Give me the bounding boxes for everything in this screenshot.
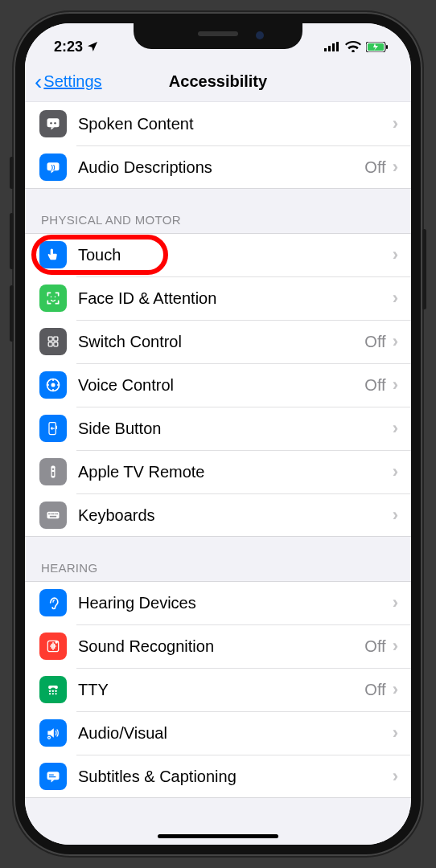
row-label: Audio/Visual bbox=[78, 724, 393, 743]
row-label: Hearing Devices bbox=[78, 594, 393, 612]
row-label: Face ID & Attention bbox=[78, 289, 393, 308]
mute-switch bbox=[10, 157, 14, 189]
sound-icon bbox=[39, 633, 67, 660]
row-hearing-devices[interactable]: Hearing Devices › bbox=[25, 581, 411, 624]
touch-icon bbox=[39, 241, 67, 268]
location-icon bbox=[86, 40, 99, 53]
svg-rect-43 bbox=[49, 776, 56, 777]
section-header-physical: PHYSICAL AND MOTOR bbox=[25, 189, 411, 233]
chevron-right-icon: › bbox=[393, 418, 398, 439]
keyboard-icon bbox=[39, 502, 67, 529]
nav-bar: ‹ Settings Accessibility bbox=[25, 62, 411, 102]
chevron-right-icon: › bbox=[393, 157, 398, 178]
svg-point-19 bbox=[51, 383, 56, 387]
row-value: Off bbox=[364, 333, 385, 351]
av-icon bbox=[39, 719, 67, 747]
svg-rect-2 bbox=[332, 43, 335, 51]
svg-point-32 bbox=[56, 641, 58, 643]
row-side-button[interactable]: Side Button › bbox=[25, 407, 411, 450]
svg-rect-29 bbox=[56, 514, 58, 515]
status-time: 2:23 bbox=[54, 39, 83, 55]
row-label: Switch Control bbox=[78, 333, 364, 351]
back-button[interactable]: ‹ Settings bbox=[35, 71, 102, 93]
row-value: Off bbox=[364, 158, 385, 177]
row-label: Audio Descriptions bbox=[78, 158, 364, 177]
back-label: Settings bbox=[43, 72, 101, 91]
notch bbox=[134, 23, 302, 49]
row-faceid[interactable]: Face ID & Attention › bbox=[25, 276, 411, 320]
svg-point-9 bbox=[54, 122, 56, 125]
row-spoken-content[interactable]: Spoken Content › bbox=[25, 102, 411, 145]
svg-point-22 bbox=[52, 468, 55, 470]
row-label: Sound Recognition bbox=[78, 637, 364, 656]
row-switch-control[interactable]: Switch Control Off › bbox=[25, 320, 411, 363]
svg-rect-0 bbox=[324, 48, 327, 51]
row-value: Off bbox=[364, 681, 385, 699]
row-subtitles[interactable]: Subtitles & Captioning › bbox=[25, 755, 411, 798]
svg-rect-41 bbox=[47, 772, 60, 780]
row-voice-control[interactable]: Voice Control Off › bbox=[25, 363, 411, 407]
chevron-right-icon: › bbox=[393, 375, 398, 395]
svg-rect-30 bbox=[50, 516, 56, 518]
svg-rect-1 bbox=[328, 46, 331, 51]
svg-rect-24 bbox=[47, 512, 60, 518]
voice-icon bbox=[39, 371, 67, 399]
svg-rect-38 bbox=[56, 693, 57, 694]
chevron-right-icon: › bbox=[393, 592, 398, 613]
svg-rect-33 bbox=[49, 690, 51, 692]
back-chevron-icon: ‹ bbox=[35, 71, 42, 93]
row-apple-tv-remote[interactable]: Apple TV Remote › bbox=[25, 450, 411, 493]
chevron-right-icon: › bbox=[393, 505, 398, 526]
row-label: Spoken Content bbox=[78, 115, 393, 133]
svg-rect-17 bbox=[54, 342, 58, 346]
row-tty[interactable]: TTY Off › bbox=[25, 668, 411, 711]
row-audio-descriptions[interactable]: )) Audio Descriptions Off › bbox=[25, 145, 411, 189]
svg-rect-35 bbox=[56, 690, 57, 692]
row-sound-recognition[interactable]: Sound Recognition Off › bbox=[25, 624, 411, 668]
switch-icon bbox=[39, 328, 67, 355]
chevron-right-icon: › bbox=[393, 331, 398, 352]
svg-rect-23 bbox=[52, 472, 55, 476]
chevron-right-icon: › bbox=[393, 679, 398, 700]
volume-up bbox=[10, 213, 14, 269]
svg-rect-36 bbox=[49, 693, 51, 694]
chevron-right-icon: › bbox=[393, 766, 398, 787]
svg-rect-26 bbox=[51, 514, 52, 515]
row-label: Side Button bbox=[78, 420, 393, 438]
row-value: Off bbox=[364, 376, 385, 395]
svg-rect-3 bbox=[336, 42, 339, 51]
svg-rect-27 bbox=[52, 514, 54, 515]
screen: 2:23 ‹ Settings Accessibility Spo bbox=[25, 23, 411, 845]
svg-rect-16 bbox=[48, 342, 52, 346]
svg-rect-42 bbox=[49, 775, 54, 776]
row-audio-visual[interactable]: Audio/Visual › bbox=[25, 711, 411, 755]
row-label: Apple TV Remote bbox=[78, 463, 393, 481]
svg-rect-34 bbox=[52, 690, 54, 692]
row-label: Subtitles & Captioning bbox=[78, 768, 393, 786]
row-touch[interactable]: Touch › bbox=[25, 233, 411, 276]
svg-text:)): )) bbox=[51, 163, 56, 170]
row-label: Keyboards bbox=[78, 506, 393, 525]
battery-icon bbox=[366, 42, 389, 52]
speech-icon bbox=[39, 110, 67, 137]
svg-point-8 bbox=[50, 122, 52, 125]
chevron-right-icon: › bbox=[393, 288, 398, 309]
wifi-icon bbox=[345, 41, 361, 52]
home-indicator[interactable] bbox=[158, 834, 278, 838]
svg-point-13 bbox=[55, 297, 56, 298]
chevron-right-icon: › bbox=[393, 461, 398, 482]
row-label: TTY bbox=[78, 681, 364, 699]
row-keyboards[interactable]: Keyboards › bbox=[25, 493, 411, 537]
cellular-icon bbox=[324, 42, 340, 51]
audio-desc-icon: )) bbox=[39, 154, 67, 181]
power-button bbox=[422, 229, 426, 309]
ear-icon bbox=[39, 589, 67, 616]
volume-down bbox=[10, 285, 14, 342]
svg-point-40 bbox=[48, 737, 50, 739]
row-value: Off bbox=[364, 637, 385, 656]
content-scroll[interactable]: Spoken Content › )) Audio Descriptions O… bbox=[25, 102, 411, 845]
subtitles-icon bbox=[39, 763, 67, 790]
sidebtn-icon bbox=[39, 415, 67, 442]
row-label: Touch bbox=[78, 246, 393, 264]
chevron-right-icon: › bbox=[393, 113, 398, 134]
